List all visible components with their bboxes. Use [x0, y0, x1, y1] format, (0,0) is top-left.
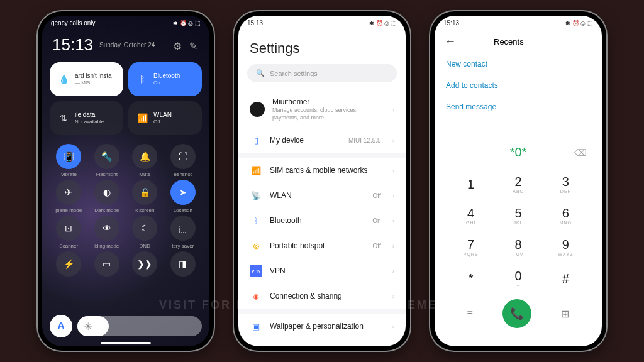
phone-dialer: 15:13 ✱ ⏰ ◎ ⬚ ← Recents New contact Add …	[430, 11, 606, 351]
qs-label: plane mode	[55, 207, 82, 213]
keypad-key[interactable]: *	[447, 263, 494, 294]
chevron-right-icon: ›	[392, 323, 394, 330]
qs-toggle[interactable]: ⚡	[56, 251, 81, 277]
qs-label: Location	[174, 207, 192, 213]
qs-item: ◨	[164, 251, 203, 279]
search-input[interactable]: 🔍 Search settings	[247, 64, 397, 82]
bluetooth-tile[interactable]: ᛒ BluetoothOn	[128, 62, 202, 96]
keypad-key[interactable]: 1	[447, 168, 494, 200]
qs-label: Scanner	[59, 243, 78, 249]
keypad-key[interactable]: 5JKL	[494, 200, 541, 231]
qs-toggle[interactable]: 🔦	[94, 144, 119, 169]
qs-item: ✈plane mode	[50, 180, 88, 213]
chevron-right-icon: ›	[392, 293, 394, 300]
qs-toggle[interactable]: ❯❯	[132, 251, 157, 277]
qs-item: ☾DND	[126, 216, 164, 249]
qs-toggle[interactable]: ◨	[170, 251, 196, 277]
new-contact-link[interactable]: New contact	[435, 53, 602, 75]
item-icon: ⊚	[250, 239, 262, 252]
clock-time: 15:13	[52, 35, 93, 55]
qs-label: Dark mode	[94, 207, 119, 213]
item-icon: ᛒ	[250, 214, 262, 227]
account-item[interactable]: Miuithemer Manage accounts, cloud servic…	[238, 91, 406, 128]
qs-toggle[interactable]: ⬚	[170, 216, 196, 241]
account-name: Miuithemer	[272, 97, 381, 106]
quick-settings-grid: 📳Vibrate🔦Flashlight🔔Mute⛶eenshot✈plane m…	[42, 140, 209, 283]
qs-item: 📳Vibrate	[50, 144, 88, 177]
qs-label: eenshot	[174, 172, 192, 177]
add-to-contacts-link[interactable]: Add to contacts	[435, 75, 602, 96]
back-button[interactable]: ←	[445, 35, 456, 48]
avatar	[250, 102, 265, 117]
qs-toggle[interactable]: ⛶	[170, 144, 196, 169]
qs-toggle[interactable]: ⊡	[56, 216, 81, 241]
qs-item: ⛶eenshot	[164, 144, 203, 177]
search-placeholder: Search settings	[270, 70, 318, 77]
status-icons: ✱ ⏰ ◎ ⬚	[173, 20, 201, 26]
call-button[interactable]: 📞	[502, 299, 531, 328]
qs-item: ⊡Scanner	[50, 216, 88, 249]
item-icon: ◈	[250, 290, 262, 302]
qs-toggle[interactable]: ✈	[56, 180, 81, 205]
keypad-key[interactable]: #	[542, 263, 589, 294]
settings-icon[interactable]: ⚙	[173, 40, 183, 50]
bluetooth-icon: ᛒ	[136, 73, 148, 85]
qs-label: Vibrate	[61, 172, 77, 177]
keypad-key[interactable]: 0+	[494, 263, 541, 294]
cc-header: 15:13 Sunday, October 24 ⚙ ✎	[42, 30, 209, 62]
qs-item: ◐Dark mode	[88, 180, 126, 213]
keypad-key[interactable]: 4GHI	[447, 200, 494, 231]
qs-label: DND	[140, 243, 150, 249]
keypad-key[interactable]: 6MNO	[542, 200, 589, 231]
sim-tile[interactable]: 💧 ard isn't insta— MIS	[50, 62, 123, 96]
qs-item: 🔔Mute	[126, 144, 164, 177]
qs-item: ❯❯	[126, 251, 164, 279]
my-device-item[interactable]: ▯ My device MIUI 12.5.5 ›	[238, 128, 406, 153]
settings-item[interactable]: ◈Connection & sharing›	[238, 283, 406, 309]
settings-item[interactable]: VPNVPN›	[238, 258, 406, 283]
menu-icon[interactable]: ≡	[467, 308, 473, 319]
qs-toggle[interactable]: ➤	[170, 180, 196, 205]
qs-toggle[interactable]: 👁	[94, 216, 119, 241]
qs-toggle[interactable]: ☾	[132, 216, 157, 241]
settings-item[interactable]: 📡WLANOff›	[238, 183, 406, 208]
brightness-slider[interactable]: ☀	[77, 316, 202, 336]
status-icons: ✱ ⏰ ◎ ⬚	[565, 20, 593, 26]
qs-toggle[interactable]: 🔒	[132, 180, 157, 205]
wallpaper-item[interactable]: ▣ Wallpaper & personalization ›	[238, 314, 406, 339]
qs-label: tery saver	[172, 243, 194, 249]
keypad: 12ABC3DEF4GHI5JKL6MNO7PQRS8TUV9WXYZ*0+#	[435, 166, 602, 297]
settings-item[interactable]: ᛒBluetoothOn›	[238, 208, 406, 233]
send-message-link[interactable]: Send message	[435, 96, 602, 118]
carrier-text: gency calls only	[51, 19, 96, 26]
wlan-tile[interactable]: 📶 WLANOff	[128, 101, 202, 135]
chevron-right-icon: ›	[392, 192, 394, 199]
settings-item[interactable]: ⊚Portable hotspotOff›	[238, 233, 406, 258]
qs-toggle[interactable]: ◐	[94, 180, 119, 205]
qs-toggle[interactable]: 📳	[56, 144, 81, 169]
brightness-icon: ☀	[84, 321, 92, 332]
chevron-right-icon: ›	[392, 167, 394, 174]
keypad-key[interactable]: 7PQRS	[447, 231, 494, 263]
status-bar: 15:13 ✱ ⏰ ◎ ⬚	[238, 16, 406, 30]
settings-item[interactable]: 📶SIM cards & mobile networks›	[238, 158, 406, 183]
divider	[238, 309, 406, 314]
auto-brightness-button[interactable]: A	[50, 315, 72, 337]
edit-icon[interactable]: ✎	[189, 40, 199, 50]
item-icon: VPN	[250, 265, 262, 277]
status-time: 15:13	[443, 19, 459, 26]
qs-item: ▭	[88, 251, 126, 279]
keypad-key[interactable]: 8TUV	[494, 231, 541, 263]
keypad-key[interactable]: 9WXYZ	[542, 231, 589, 263]
qs-toggle[interactable]: 🔔	[132, 144, 157, 169]
keypad-toggle-icon[interactable]: ⊞	[561, 308, 569, 320]
keypad-key[interactable]: 2ABC	[494, 168, 541, 200]
qs-toggle[interactable]: ▭	[94, 251, 119, 277]
qs-label: Mute	[139, 172, 150, 177]
status-bar: gency calls only ✱ ⏰ ◎ ⬚	[42, 16, 209, 30]
backspace-icon[interactable]: ⌫	[574, 148, 587, 158]
mobile-data-tile[interactable]: ⇅ ile dataNot available	[50, 101, 123, 135]
qs-label: iding mode	[94, 243, 119, 249]
home-indicator[interactable]	[101, 342, 151, 344]
keypad-key[interactable]: 3DEF	[542, 168, 589, 200]
